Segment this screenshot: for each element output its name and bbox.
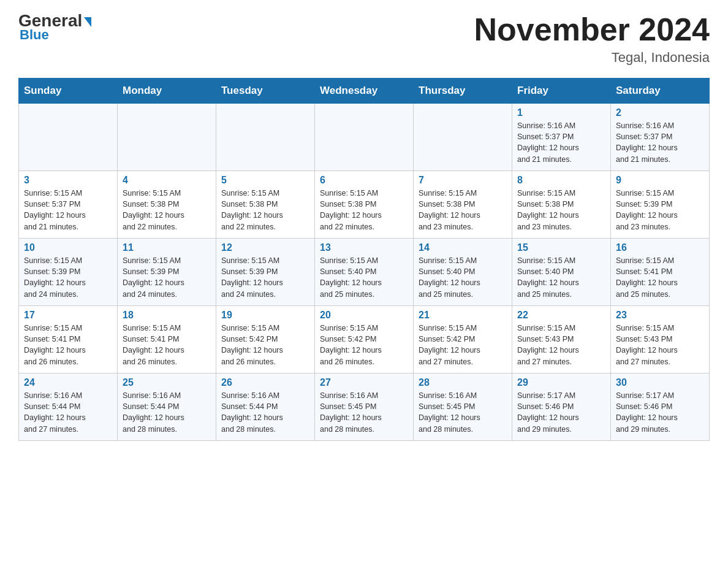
day-cell: 10Sunrise: 5:15 AM Sunset: 5:39 PM Dayli… bbox=[19, 239, 118, 306]
day-cell bbox=[216, 104, 315, 171]
day-cell: 28Sunrise: 5:16 AM Sunset: 5:45 PM Dayli… bbox=[414, 373, 512, 441]
day-info: Sunrise: 5:15 AM Sunset: 5:37 PM Dayligh… bbox=[24, 188, 112, 232]
day-cell: 25Sunrise: 5:16 AM Sunset: 5:44 PM Dayli… bbox=[118, 373, 216, 441]
day-info: Sunrise: 5:15 AM Sunset: 5:41 PM Dayligh… bbox=[616, 255, 704, 300]
day-info: Sunrise: 5:16 AM Sunset: 5:37 PM Dayligh… bbox=[616, 120, 704, 165]
logo-bottom: Blue bbox=[18, 27, 49, 43]
calendar-body: 1Sunrise: 5:16 AM Sunset: 5:37 PM Daylig… bbox=[19, 104, 710, 441]
location: Tegal, Indonesia bbox=[474, 50, 710, 66]
day-info: Sunrise: 5:16 AM Sunset: 5:37 PM Dayligh… bbox=[517, 120, 605, 165]
day-header-saturday: Saturday bbox=[611, 79, 710, 104]
day-cell bbox=[118, 104, 216, 171]
day-number: 1 bbox=[517, 107, 605, 118]
day-number: 22 bbox=[517, 310, 605, 321]
day-cell: 14Sunrise: 5:15 AM Sunset: 5:40 PM Dayli… bbox=[414, 239, 512, 306]
week-row-5: 24Sunrise: 5:16 AM Sunset: 5:44 PM Dayli… bbox=[19, 373, 710, 441]
day-info: Sunrise: 5:15 AM Sunset: 5:43 PM Dayligh… bbox=[616, 323, 704, 367]
day-info: Sunrise: 5:15 AM Sunset: 5:40 PM Dayligh… bbox=[517, 255, 605, 300]
day-header-wednesday: Wednesday bbox=[315, 79, 414, 104]
day-header-thursday: Thursday bbox=[414, 79, 512, 104]
day-info: Sunrise: 5:15 AM Sunset: 5:38 PM Dayligh… bbox=[123, 188, 211, 232]
day-info: Sunrise: 5:15 AM Sunset: 5:38 PM Dayligh… bbox=[320, 188, 408, 232]
day-number: 3 bbox=[24, 175, 112, 186]
day-number: 26 bbox=[221, 377, 309, 388]
day-cell: 2Sunrise: 5:16 AM Sunset: 5:37 PM Daylig… bbox=[611, 104, 710, 171]
day-cell: 23Sunrise: 5:15 AM Sunset: 5:43 PM Dayli… bbox=[611, 306, 710, 373]
day-info: Sunrise: 5:16 AM Sunset: 5:45 PM Dayligh… bbox=[320, 390, 408, 435]
day-number: 16 bbox=[616, 242, 704, 253]
day-number: 11 bbox=[123, 242, 211, 253]
day-number: 17 bbox=[24, 310, 112, 321]
day-info: Sunrise: 5:16 AM Sunset: 5:44 PM Dayligh… bbox=[221, 390, 309, 435]
day-info: Sunrise: 5:15 AM Sunset: 5:39 PM Dayligh… bbox=[24, 255, 112, 300]
day-cell bbox=[414, 104, 512, 171]
day-number: 20 bbox=[320, 310, 408, 321]
day-info: Sunrise: 5:15 AM Sunset: 5:39 PM Dayligh… bbox=[221, 255, 309, 300]
day-info: Sunrise: 5:15 AM Sunset: 5:42 PM Dayligh… bbox=[221, 323, 309, 367]
day-cell: 9Sunrise: 5:15 AM Sunset: 5:39 PM Daylig… bbox=[611, 171, 710, 239]
day-number: 10 bbox=[24, 242, 112, 253]
day-cell: 19Sunrise: 5:15 AM Sunset: 5:42 PM Dayli… bbox=[216, 306, 315, 373]
day-number: 19 bbox=[221, 310, 309, 321]
day-number: 23 bbox=[616, 310, 704, 321]
day-cell: 17Sunrise: 5:15 AM Sunset: 5:41 PM Dayli… bbox=[19, 306, 118, 373]
day-info: Sunrise: 5:15 AM Sunset: 5:38 PM Dayligh… bbox=[221, 188, 309, 232]
day-number: 25 bbox=[123, 377, 211, 388]
day-info: Sunrise: 5:15 AM Sunset: 5:40 PM Dayligh… bbox=[320, 255, 408, 300]
day-cell: 18Sunrise: 5:15 AM Sunset: 5:41 PM Dayli… bbox=[118, 306, 216, 373]
day-header-tuesday: Tuesday bbox=[216, 79, 315, 104]
day-cell: 12Sunrise: 5:15 AM Sunset: 5:39 PM Dayli… bbox=[216, 239, 315, 306]
day-info: Sunrise: 5:15 AM Sunset: 5:39 PM Dayligh… bbox=[123, 255, 211, 300]
day-number: 18 bbox=[123, 310, 211, 321]
day-number: 12 bbox=[221, 242, 309, 253]
month-title: November 2024 bbox=[474, 12, 710, 47]
day-number: 21 bbox=[419, 310, 507, 321]
page-header: General Blue November 2024 Tegal, Indone… bbox=[18, 12, 710, 66]
day-number: 28 bbox=[419, 377, 507, 388]
day-number: 5 bbox=[221, 175, 309, 186]
day-info: Sunrise: 5:15 AM Sunset: 5:38 PM Dayligh… bbox=[517, 188, 605, 232]
day-cell: 3Sunrise: 5:15 AM Sunset: 5:37 PM Daylig… bbox=[19, 171, 118, 239]
week-row-4: 17Sunrise: 5:15 AM Sunset: 5:41 PM Dayli… bbox=[19, 306, 710, 373]
day-number: 24 bbox=[24, 377, 112, 388]
day-cell bbox=[19, 104, 118, 171]
day-info: Sunrise: 5:17 AM Sunset: 5:46 PM Dayligh… bbox=[517, 390, 605, 435]
day-cell: 1Sunrise: 5:16 AM Sunset: 5:37 PM Daylig… bbox=[512, 104, 611, 171]
day-info: Sunrise: 5:15 AM Sunset: 5:43 PM Dayligh… bbox=[517, 323, 605, 367]
day-cell: 22Sunrise: 5:15 AM Sunset: 5:43 PM Dayli… bbox=[512, 306, 611, 373]
day-number: 13 bbox=[320, 242, 408, 253]
day-number: 4 bbox=[123, 175, 211, 186]
day-header-sunday: Sunday bbox=[19, 79, 118, 104]
day-number: 30 bbox=[616, 377, 704, 388]
title-block: November 2024 Tegal, Indonesia bbox=[474, 12, 710, 66]
day-cell: 6Sunrise: 5:15 AM Sunset: 5:38 PM Daylig… bbox=[315, 171, 414, 239]
day-number: 6 bbox=[320, 175, 408, 186]
day-cell: 5Sunrise: 5:15 AM Sunset: 5:38 PM Daylig… bbox=[216, 171, 315, 239]
day-cell: 29Sunrise: 5:17 AM Sunset: 5:46 PM Dayli… bbox=[512, 373, 611, 441]
week-row-2: 3Sunrise: 5:15 AM Sunset: 5:37 PM Daylig… bbox=[19, 171, 710, 239]
week-row-1: 1Sunrise: 5:16 AM Sunset: 5:37 PM Daylig… bbox=[19, 104, 710, 171]
day-number: 7 bbox=[419, 175, 507, 186]
day-number: 2 bbox=[616, 107, 704, 118]
day-number: 14 bbox=[419, 242, 507, 253]
calendar-table: SundayMondayTuesdayWednesdayThursdayFrid… bbox=[18, 78, 710, 441]
day-cell: 8Sunrise: 5:15 AM Sunset: 5:38 PM Daylig… bbox=[512, 171, 611, 239]
day-cell: 27Sunrise: 5:16 AM Sunset: 5:45 PM Dayli… bbox=[315, 373, 414, 441]
day-number: 8 bbox=[517, 175, 605, 186]
day-cell: 7Sunrise: 5:15 AM Sunset: 5:38 PM Daylig… bbox=[414, 171, 512, 239]
calendar-header-row: SundayMondayTuesdayWednesdayThursdayFrid… bbox=[19, 79, 710, 104]
day-cell: 15Sunrise: 5:15 AM Sunset: 5:40 PM Dayli… bbox=[512, 239, 611, 306]
day-cell bbox=[315, 104, 414, 171]
day-info: Sunrise: 5:15 AM Sunset: 5:42 PM Dayligh… bbox=[320, 323, 408, 367]
day-cell: 20Sunrise: 5:15 AM Sunset: 5:42 PM Dayli… bbox=[315, 306, 414, 373]
day-number: 27 bbox=[320, 377, 408, 388]
day-info: Sunrise: 5:15 AM Sunset: 5:40 PM Dayligh… bbox=[419, 255, 507, 300]
day-info: Sunrise: 5:16 AM Sunset: 5:45 PM Dayligh… bbox=[419, 390, 507, 435]
day-cell: 4Sunrise: 5:15 AM Sunset: 5:38 PM Daylig… bbox=[118, 171, 216, 239]
day-number: 15 bbox=[517, 242, 605, 253]
day-info: Sunrise: 5:15 AM Sunset: 5:41 PM Dayligh… bbox=[24, 323, 112, 367]
day-cell: 24Sunrise: 5:16 AM Sunset: 5:44 PM Dayli… bbox=[19, 373, 118, 441]
day-info: Sunrise: 5:16 AM Sunset: 5:44 PM Dayligh… bbox=[123, 390, 211, 435]
day-header-friday: Friday bbox=[512, 79, 611, 104]
day-number: 9 bbox=[616, 175, 704, 186]
